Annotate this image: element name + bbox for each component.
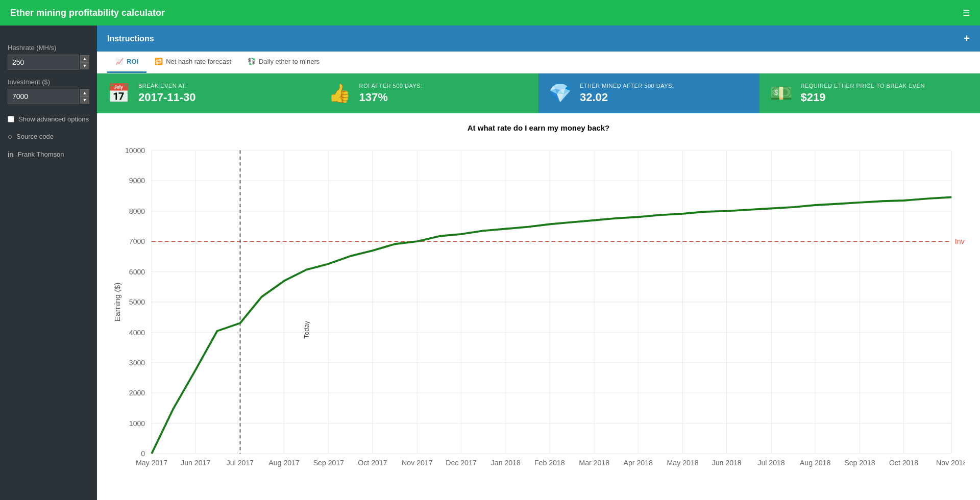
- source-code-link[interactable]: ○ Source code: [8, 132, 89, 141]
- instructions-label: Instructions: [107, 34, 154, 43]
- investment-up[interactable]: ▲: [80, 89, 89, 96]
- svg-text:1000: 1000: [129, 419, 145, 428]
- calendar-icon: 📅: [107, 83, 130, 104]
- stat-card-breakeven: 📅 BREAK EVEN AT: 2017-11-30: [97, 73, 318, 113]
- svg-text:Aug 2018: Aug 2018: [800, 459, 831, 467]
- main-layout: Hashrate (MH/s) ▲ ▼ Investment ($) ▲ ▼ S…: [0, 26, 980, 500]
- advanced-options-checkbox[interactable]: [8, 116, 14, 122]
- required-price-label: REQUIRED ETHER PRICE TO BREAK EVEN: [801, 83, 925, 89]
- svg-text:2000: 2000: [129, 389, 145, 397]
- sidebar: Hashrate (MH/s) ▲ ▼ Investment ($) ▲ ▼ S…: [0, 26, 97, 500]
- tab-roi[interactable]: 📈 ROI: [107, 52, 146, 73]
- hashrate-input-wrap: ▲ ▼: [8, 55, 89, 70]
- tabs: 📈 ROI 🔁 Net hash rate forecast 💱 Daily e…: [97, 52, 980, 73]
- hashrate-input[interactable]: [8, 55, 79, 70]
- svg-text:May 2017: May 2017: [136, 459, 167, 467]
- thumbsup-icon: 👍: [328, 83, 351, 104]
- main-chart: .grid-line { stroke: #ddd; stroke-width:…: [112, 137, 965, 500]
- svg-text:Mar 2018: Mar 2018: [579, 459, 609, 467]
- svg-text:7000: 7000: [129, 237, 145, 245]
- daily-ether-icon: 💱: [248, 58, 256, 65]
- svg-text:3000: 3000: [129, 359, 145, 367]
- stat-card-ether-mined: 💎 ETHER MINED AFTER 500 DAYS: 32.02: [538, 73, 760, 113]
- required-price-value: $219: [801, 91, 925, 104]
- svg-text:May 2018: May 2018: [667, 459, 699, 467]
- svg-text:Dec 2017: Dec 2017: [446, 459, 477, 467]
- instructions-plus[interactable]: +: [964, 33, 970, 44]
- hashrate-down[interactable]: ▼: [80, 62, 89, 69]
- breakeven-value: 2017-11-30: [138, 91, 196, 104]
- net-hash-icon: 🔁: [155, 58, 163, 65]
- app-title: Ether mining profitability calculator: [10, 8, 963, 18]
- linkedin-icon: in: [8, 150, 14, 159]
- content: Instructions + 📈 ROI 🔁 Net hash rate for…: [97, 26, 980, 500]
- investment-down[interactable]: ▼: [80, 96, 89, 104]
- chart-container: .grid-line { stroke: #ddd; stroke-width:…: [112, 137, 965, 500]
- investment-input[interactable]: [8, 89, 79, 104]
- diamond-icon: 💎: [549, 83, 572, 104]
- tab-net-hash[interactable]: 🔁 Net hash rate forecast: [146, 52, 239, 73]
- source-code-icon: ○: [8, 132, 12, 141]
- svg-text:10000: 10000: [125, 146, 145, 155]
- svg-text:Aug 2017: Aug 2017: [268, 459, 300, 467]
- svg-text:8000: 8000: [129, 207, 145, 215]
- breakeven-label: BREAK EVEN AT:: [138, 83, 196, 89]
- svg-text:Jul 2017: Jul 2017: [227, 459, 254, 467]
- svg-text:Sep 2018: Sep 2018: [844, 459, 875, 467]
- investment-input-wrap: ▲ ▼: [8, 89, 89, 104]
- author-label: Frank Thomson: [18, 151, 64, 158]
- svg-text:6000: 6000: [129, 268, 145, 276]
- svg-text:0: 0: [141, 449, 145, 458]
- ether-mined-value: 32.02: [580, 91, 674, 104]
- svg-text:Jul 2018: Jul 2018: [757, 459, 785, 467]
- svg-text:Jun 2018: Jun 2018: [712, 459, 742, 467]
- svg-text:Oct 2017: Oct 2017: [358, 459, 387, 467]
- tab-daily-ether-label: Daily ether to miners: [259, 58, 320, 65]
- hashrate-up[interactable]: ▲: [80, 55, 89, 62]
- svg-text:4000: 4000: [129, 328, 145, 336]
- hashrate-spinner: ▲ ▼: [80, 55, 89, 69]
- tab-roi-label: ROI: [127, 58, 138, 65]
- source-code-label: Source code: [16, 133, 54, 140]
- money-icon: 💵: [770, 83, 793, 104]
- instructions-bar: Instructions +: [97, 26, 980, 52]
- svg-text:Sep 2017: Sep 2017: [313, 459, 345, 467]
- investment-spinner: ▲ ▼: [80, 89, 89, 104]
- tab-daily-ether[interactable]: 💱 Daily ether to miners: [239, 52, 328, 73]
- roi-icon: 📈: [115, 58, 124, 65]
- svg-text:Earning ($): Earning ($): [113, 283, 121, 322]
- hamburger-icon[interactable]: ☰: [963, 8, 970, 18]
- svg-text:Jan 2018: Jan 2018: [491, 459, 521, 467]
- roi-label: ROI AFTER 500 DAYS:: [359, 83, 423, 89]
- investment-label: Investment ($): [8, 78, 89, 86]
- topbar: Ether mining profitability calculator ☰: [0, 0, 980, 26]
- svg-text:Nov 2018: Nov 2018: [936, 459, 965, 467]
- stat-card-required-price: 💵 REQUIRED ETHER PRICE TO BREAK EVEN $21…: [760, 73, 981, 113]
- hashrate-label: Hashrate (MH/s): [8, 44, 89, 52]
- svg-text:Nov 2017: Nov 2017: [402, 459, 433, 467]
- author-link[interactable]: in Frank Thomson: [8, 150, 89, 159]
- svg-text:Investment: Investment: [955, 237, 965, 245]
- svg-text:Feb 2018: Feb 2018: [534, 459, 565, 467]
- ether-mined-label: ETHER MINED AFTER 500 DAYS:: [580, 83, 674, 89]
- chart-title: At what rate do I earn my money back?: [112, 123, 965, 132]
- advanced-options-row[interactable]: Show advanced options: [8, 115, 89, 123]
- stat-cards: 📅 BREAK EVEN AT: 2017-11-30 👍 ROI AFTER …: [97, 73, 980, 113]
- svg-text:Oct 2018: Oct 2018: [889, 459, 918, 467]
- svg-text:Apr 2018: Apr 2018: [624, 459, 653, 467]
- tab-net-hash-label: Net hash rate forecast: [166, 58, 231, 65]
- svg-text:Today: Today: [303, 320, 310, 338]
- stat-card-roi: 👍 ROI AFTER 500 DAYS: 137%: [318, 73, 539, 113]
- svg-text:9000: 9000: [129, 177, 145, 185]
- advanced-options-label: Show advanced options: [18, 115, 89, 123]
- svg-text:Jun 2017: Jun 2017: [181, 459, 210, 467]
- roi-value: 137%: [359, 91, 423, 104]
- chart-area: At what rate do I earn my money back? .g…: [97, 113, 980, 500]
- svg-text:5000: 5000: [129, 298, 145, 306]
